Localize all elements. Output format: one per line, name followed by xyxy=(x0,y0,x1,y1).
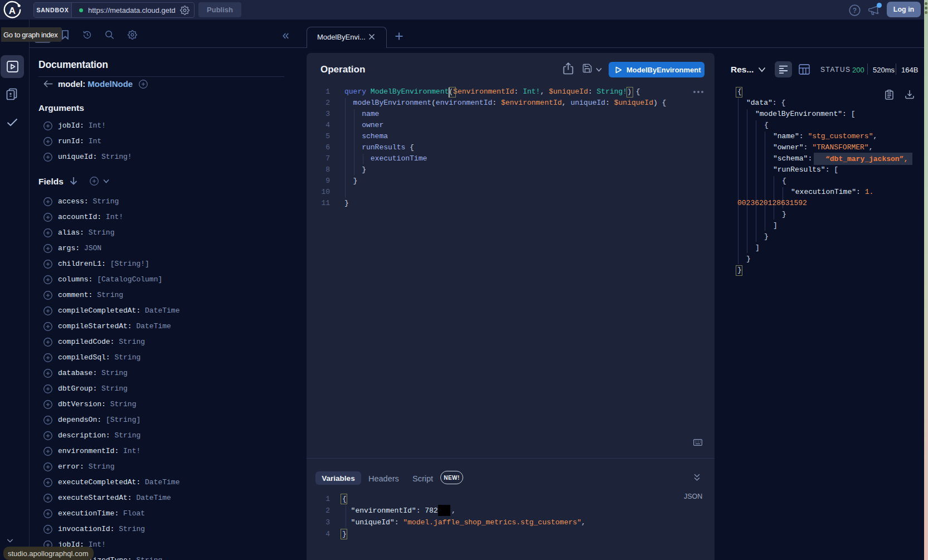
svg-text:A: A xyxy=(9,6,16,16)
svg-text:?: ? xyxy=(853,7,857,14)
